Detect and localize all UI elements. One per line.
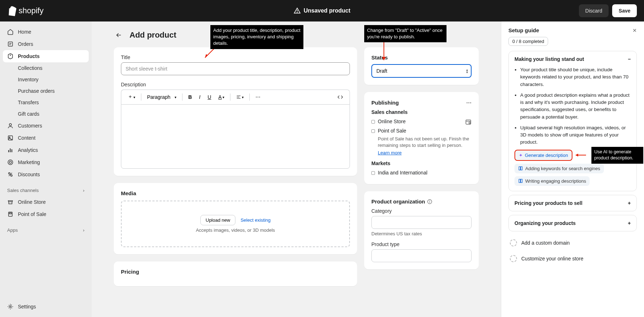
annotation-3: Use AI to generate product description. xyxy=(591,147,643,164)
home-icon xyxy=(7,29,14,35)
minus-icon: − xyxy=(628,56,631,62)
media-dropzone[interactable]: Upload new Select existing Accepts image… xyxy=(121,201,350,247)
todo-circle-icon xyxy=(510,239,517,246)
close-icon[interactable]: ✕ xyxy=(633,28,637,33)
pos-icon xyxy=(7,211,14,217)
rte-underline-button[interactable]: U xyxy=(205,92,214,102)
status-select[interactable]: Draft xyxy=(371,64,472,78)
svg-rect-8 xyxy=(10,149,11,153)
plus-icon: + xyxy=(628,220,631,226)
back-button[interactable] xyxy=(114,30,124,40)
writing-chip[interactable]: Writing engaging descriptions xyxy=(514,176,590,186)
todo-custom-domain[interactable]: Add a custom domain xyxy=(508,235,637,251)
nav-home[interactable]: Home xyxy=(3,26,89,38)
orders-icon xyxy=(7,41,14,47)
nav-label: Point of Sale xyxy=(18,211,46,217)
chevron-right-icon: › xyxy=(83,188,84,193)
keywords-chip[interactable]: Adding keywords for search engines xyxy=(514,164,604,173)
guide-section-head[interactable]: Making your listing stand out − xyxy=(514,56,631,62)
market-row: India and International xyxy=(371,168,472,177)
select-existing-link[interactable]: Select existing xyxy=(240,217,270,223)
discard-button[interactable]: Discard xyxy=(579,4,609,17)
nav-discounts[interactable]: Discounts xyxy=(3,168,89,181)
category-input[interactable] xyxy=(371,216,472,229)
product-basics-card: Title Description ▾ Paragraph ▾ B I U A▾ xyxy=(114,47,357,176)
nav-transfers[interactable]: Transfers xyxy=(3,97,89,108)
svg-rect-16 xyxy=(9,213,11,214)
media-helper: Accepts images, videos, or 3D models xyxy=(196,227,275,233)
page-title: Add product xyxy=(130,30,176,40)
svg-point-1 xyxy=(297,12,297,13)
apps-section[interactable]: Apps › xyxy=(3,225,89,236)
guide-section-pricing[interactable]: Pricing your products to sell + xyxy=(508,195,637,211)
rte-bold-button[interactable]: B xyxy=(185,92,195,102)
nav-inventory[interactable]: Inventory xyxy=(3,74,89,85)
svg-point-27 xyxy=(469,122,471,124)
book-icon xyxy=(518,166,523,171)
arrow-icon xyxy=(575,152,586,158)
todo-circle-icon xyxy=(510,255,517,262)
nav-pos[interactable]: Point of Sale xyxy=(3,208,89,220)
nav-marketing[interactable]: Marketing xyxy=(3,156,89,168)
nav-analytics[interactable]: Analytics xyxy=(3,144,89,156)
plus-icon: + xyxy=(628,200,631,206)
learn-more-link[interactable]: Learn more xyxy=(378,150,401,155)
nav-customers[interactable]: Customers xyxy=(3,120,89,132)
svg-point-11 xyxy=(9,161,11,163)
nav-label: Online Store xyxy=(18,199,46,205)
nav-label: Marketing xyxy=(18,159,40,165)
customers-icon xyxy=(7,123,14,129)
nav-purchase-orders[interactable]: Purchase orders xyxy=(3,85,89,97)
title-label: Title xyxy=(121,54,350,60)
svg-rect-7 xyxy=(8,150,9,152)
svg-point-17 xyxy=(10,306,11,308)
rte-paragraph-select[interactable]: Paragraph ▾ xyxy=(144,92,179,102)
svg-rect-2 xyxy=(8,42,13,46)
rte-code-button[interactable] xyxy=(335,92,346,102)
nav-label: Analytics xyxy=(18,147,38,153)
markets-label: Markets xyxy=(371,160,472,166)
tip-item: Your product title should be unique, inc… xyxy=(520,66,631,88)
gear-icon xyxy=(7,303,14,310)
sales-channels-section[interactable]: Sales channels › xyxy=(3,185,89,196)
svg-point-30 xyxy=(430,201,430,201)
nav-collections[interactable]: Collections xyxy=(3,62,89,74)
rte-color-button[interactable]: A▾ xyxy=(215,92,227,102)
nav-gift-cards[interactable]: Gift cards xyxy=(3,108,89,120)
svg-point-10 xyxy=(8,160,13,165)
rte-italic-button[interactable]: I xyxy=(196,92,203,102)
nav-orders[interactable]: Orders xyxy=(3,38,89,50)
marketing-icon xyxy=(7,159,14,165)
svg-marker-32 xyxy=(575,154,578,157)
content-icon xyxy=(7,135,14,141)
nav-online-store[interactable]: Online Store xyxy=(3,196,89,208)
channel-online-store: Online Store xyxy=(371,117,472,126)
rte-more-button[interactable]: ⋯ xyxy=(253,92,263,102)
save-button[interactable]: Save xyxy=(612,4,637,17)
nav-content[interactable]: Content xyxy=(3,132,89,144)
generate-description-button[interactable]: ✦ Generate description xyxy=(514,150,572,161)
alert-icon xyxy=(294,7,301,14)
pricing-heading: Pricing xyxy=(121,269,350,275)
nav-settings[interactable]: Settings xyxy=(3,301,89,313)
svg-rect-9 xyxy=(11,149,12,152)
publishing-card: Publishing ⋯ Sales channels Online Store… xyxy=(364,92,479,184)
calendar-icon[interactable] xyxy=(465,119,472,125)
rte-ai-button[interactable]: ▾ xyxy=(125,92,138,102)
products-icon xyxy=(7,53,14,59)
svg-marker-21 xyxy=(382,57,386,61)
product-type-input[interactable] xyxy=(371,249,472,262)
nav-label: Products xyxy=(18,53,40,59)
tip-item: A good product description explains what… xyxy=(520,92,631,121)
rte-align-button[interactable]: ▾ xyxy=(233,92,247,102)
todo-customize-store[interactable]: Customize your online store xyxy=(508,251,637,266)
guide-section-organizing[interactable]: Organizing your products + xyxy=(508,215,637,231)
pos-helper: Point of Sale has not been set up. Finis… xyxy=(378,136,472,149)
upload-new-button[interactable]: Upload new xyxy=(200,215,236,225)
nav-products[interactable]: Products xyxy=(3,50,89,62)
category-helper: Determines US tax rates xyxy=(371,231,472,236)
description-editor[interactable] xyxy=(121,104,350,169)
title-input[interactable] xyxy=(121,62,350,75)
info-icon[interactable] xyxy=(427,199,432,204)
more-icon[interactable]: ⋯ xyxy=(466,99,472,106)
